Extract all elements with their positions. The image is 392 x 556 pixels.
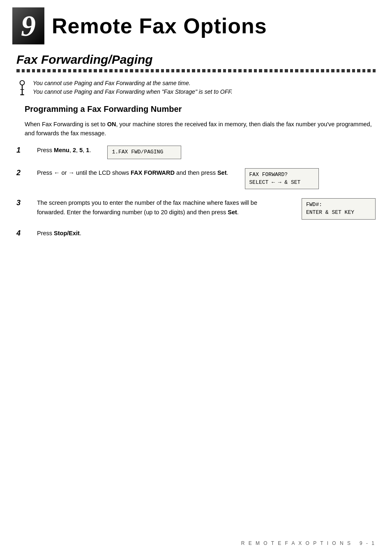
dot: [115, 69, 118, 72]
dot: [352, 69, 355, 72]
dot: [161, 69, 164, 72]
dot: [212, 69, 216, 72]
note-icon: [16, 80, 28, 96]
dot: [94, 69, 97, 72]
step-2-text: Press ← or → until the LCD shows FAX FOR…: [37, 168, 228, 177]
dot: [306, 69, 309, 72]
dot: [259, 69, 262, 72]
dot: [373, 69, 376, 72]
dot: [357, 69, 360, 72]
dot: [187, 69, 190, 72]
dot: [274, 69, 278, 72]
step-1-screens: 1.FAX FWD/PAGING: [107, 146, 181, 159]
step-2-screens: FAX FORWARD? SELECT ← → & SET: [245, 168, 319, 190]
dot: [151, 69, 154, 72]
svg-point-0: [20, 81, 25, 85]
dot: [270, 69, 273, 72]
dot: [331, 69, 334, 72]
step-3-text-area: The screen prompts you to enter the numb…: [37, 198, 285, 217]
dot: [53, 69, 56, 72]
step-2-number: 2: [16, 168, 37, 177]
dot: [362, 69, 366, 72]
step-3-content-area: The screen prompts you to enter the numb…: [37, 198, 376, 220]
dot: [254, 69, 257, 72]
dot: [176, 69, 180, 72]
lcd-screen-2: FAX FORWARD? SELECT ← → & SET: [245, 168, 319, 190]
step-1-text: Press Menu, 2, 5, 1.: [37, 146, 91, 155]
dot: [228, 69, 231, 72]
dot: [130, 69, 133, 72]
note-text: You cannot use Paging and Fax Forwarding…: [33, 79, 233, 96]
dot: [202, 69, 205, 72]
dot: [316, 69, 319, 72]
dot: [68, 69, 71, 72]
dot: [341, 69, 345, 72]
dot: [63, 69, 66, 72]
footer-section-label: R E M O T E F A X O P T I O N S: [241, 540, 352, 546]
chapter-number: 9: [21, 11, 36, 41]
dot: [321, 69, 324, 72]
dot: [78, 69, 82, 72]
dot: [290, 69, 293, 72]
dot: [280, 69, 283, 72]
dot: [295, 69, 298, 72]
lcd-screen-3: FWD#: ENTER & SET KEY: [302, 198, 376, 220]
step-3: 3 The screen prompts you to enter the nu…: [16, 198, 376, 220]
step-4-text: Press Stop/Exit.: [37, 229, 376, 238]
step-3-number: 3: [16, 198, 37, 207]
dot: [125, 69, 128, 72]
dot: [238, 69, 242, 72]
step-3-screens: FWD#: ENTER & SET KEY: [302, 198, 376, 220]
step-4-number: 4: [16, 229, 37, 238]
dot: [208, 69, 211, 72]
page-header: 9 Remote Fax Options: [0, 0, 392, 49]
dot: [109, 69, 113, 72]
dot: [337, 69, 340, 72]
lcd-screen-1: 1.FAX FWD/PAGING: [107, 146, 181, 159]
dot: [285, 69, 288, 72]
section-heading-area: Fax Forwarding/Paging: [0, 53, 392, 72]
note-line-1: You cannot use Paging and Fax Forwarding…: [33, 80, 191, 86]
dot: [300, 69, 304, 72]
dot: [104, 69, 108, 72]
step-1-number: 1: [16, 146, 37, 155]
step-2-content-area: Press ← or → until the LCD shows FAX FOR…: [37, 168, 319, 190]
dot: [171, 69, 175, 72]
footer-page-number: 9 - 1: [360, 540, 376, 546]
dot: [156, 69, 159, 72]
dot: [47, 69, 51, 72]
dot: [145, 69, 149, 72]
footer: R E M O T E F A X O P T I O N S 9 - 1: [241, 540, 376, 546]
dot: [192, 69, 195, 72]
note-box: You cannot use Paging and Fax Forwarding…: [0, 79, 392, 96]
dot: [73, 69, 76, 72]
dotted-divider: [16, 69, 376, 72]
dot: [27, 69, 30, 72]
subsection-heading: Programming a Fax Forwarding Number: [25, 104, 376, 114]
note-line-2: You cannot use Paging and Fax Forwarding…: [33, 88, 233, 95]
dot: [182, 69, 185, 72]
dot: [264, 69, 267, 72]
dot: [89, 69, 92, 72]
dot: [311, 69, 314, 72]
dot: [166, 69, 169, 72]
step-3-text: The screen prompts you to enter the numb…: [37, 198, 285, 217]
step-1-text-area: Press Menu, 2, 5, 1.: [37, 146, 91, 155]
steps-container: 1 Press Menu, 2, 5, 1. 1.FAX FWD/PAGING …: [0, 146, 392, 238]
dot: [22, 69, 25, 72]
dot: [218, 69, 221, 72]
dot: [244, 69, 247, 72]
step-4: 4 Press Stop/Exit.: [16, 229, 376, 238]
dot: [197, 69, 201, 72]
step-2-text-area: Press ← or → until the LCD shows FAX FOR…: [37, 168, 228, 177]
dot: [37, 69, 40, 72]
dot: [42, 69, 46, 72]
dot: [83, 69, 87, 72]
dot: [347, 69, 350, 72]
dot: [16, 69, 20, 72]
dot: [326, 69, 330, 72]
body-text: When Fax Forwarding is set to ON, your m…: [25, 120, 376, 138]
dot: [120, 69, 123, 72]
dot: [249, 69, 252, 72]
dot: [233, 69, 237, 72]
